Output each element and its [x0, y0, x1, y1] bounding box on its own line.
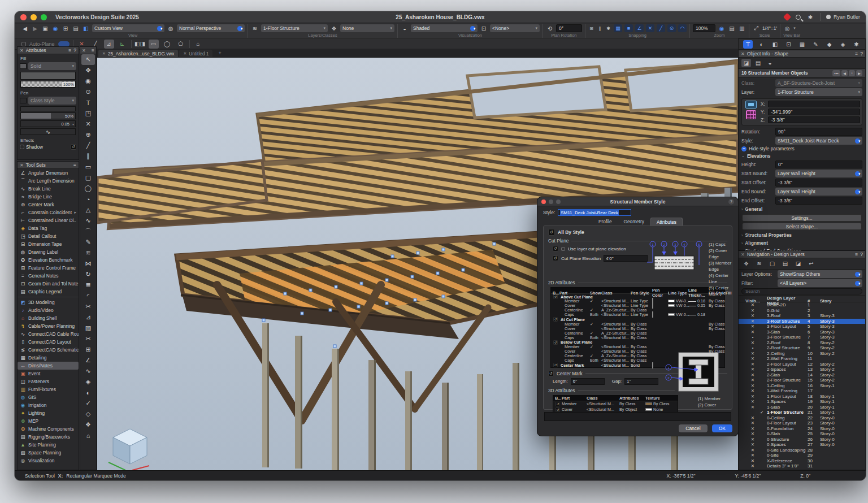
menu-icon[interactable]: ≡ [92, 47, 94, 53]
center-mark-gap-field[interactable]: 1" [624, 378, 658, 385]
by-style-icon[interactable]: ↺ [553, 317, 558, 322]
solid-view-icon[interactable]: ◧ [770, 40, 780, 49]
layer-visibility-toggle[interactable]: • [745, 345, 760, 350]
close-tab-icon[interactable]: ✕ [102, 51, 106, 56]
user-account-button[interactable]: Ryan Butler [820, 13, 860, 21]
tool-item[interactable]: ▤ Graphic Legend [18, 288, 79, 296]
tool-set-item[interactable]: ▦ Detailing [18, 354, 79, 362]
by-style-icon[interactable]: ↺ [553, 363, 558, 367]
layer-visibility-toggle[interactable]: • [745, 335, 760, 340]
start-offset-field[interactable]: -3 3/8" [775, 179, 862, 187]
mode-axis-icon[interactable]: ⊾ [118, 40, 128, 49]
menu-icon[interactable]: ≡ [73, 162, 76, 168]
tool-set-item[interactable]: ▧ Space Planning [18, 449, 79, 457]
angular-dim-tool-icon[interactable]: ∠ [81, 355, 95, 366]
selection-tool-icon[interactable]: ↖ [81, 54, 95, 65]
menu-icon[interactable]: ≡ [68, 47, 71, 53]
nav-snap-icon[interactable]: ❖ [741, 259, 751, 268]
by-style-icon[interactable]: ↺ [555, 407, 560, 412]
settings-view-icon[interactable]: ✱ [852, 40, 861, 49]
design-layer-row[interactable]: ✕ 0-Ceiling 22 Story-0 [739, 415, 865, 421]
design-layer-row[interactable]: ✕ 1-Slab 20 Story-1 [739, 405, 865, 410]
2d-attr-row[interactable]: Member✓<Structural M...By ClassBy Class [551, 344, 724, 349]
plan-rotation-icon[interactable]: ⟲ [546, 25, 554, 32]
layer-visibility-toggle[interactable]: ✕ [745, 426, 760, 431]
document-tab[interactable]: ✕ Untitled 1 [179, 50, 212, 57]
line-tool-icon[interactable]: ╱ [81, 140, 95, 151]
flower-tool-icon[interactable]: ❖ [81, 419, 95, 430]
shear-tool-icon[interactable]: ⊿ [81, 312, 95, 323]
break-tool-icon[interactable]: ∿ [81, 366, 95, 376]
monitor-icon[interactable]: ▣ [41, 25, 49, 32]
pen-color-swatch[interactable] [652, 302, 653, 309]
tool-set-item[interactable]: ▥ Furn/Fixtures [18, 385, 79, 393]
pen-preview-swatch[interactable] [20, 106, 76, 111]
attributes-3d-header[interactable]: B...PartClassAttributesTexture [553, 396, 678, 401]
half-tone-tool-icon[interactable]: ◐ [81, 387, 95, 398]
fill-preview-swatch[interactable] [20, 72, 76, 80]
2d-attr-group-row[interactable]: ↺Below Cut Plane [551, 340, 724, 344]
flyover-tool-icon[interactable]: ◉ [81, 76, 95, 86]
tool-set-item[interactable]: ◍ GIS [18, 393, 79, 401]
fit-page-icon[interactable]: ▤ [728, 25, 736, 32]
image-view-icon[interactable]: ▦ [797, 40, 807, 49]
design-layer-row[interactable]: ✕ 0-Slab 25 Story-0 [739, 431, 865, 437]
attributes-2d-header[interactable]: B...PartShowClassPen StylePen ColorLine … [551, 288, 724, 294]
layer-visibility-toggle[interactable]: ✕ [745, 405, 760, 410]
fill-style-dropdown[interactable]: Solid▾ [28, 62, 76, 70]
2d-attr-group-row[interactable]: ↺At Cut Plane [551, 316, 724, 321]
render-mode-icon[interactable]: ◒ [401, 25, 409, 32]
design-layer-row[interactable]: ✕ 2-Slab 14 Story-2 [739, 372, 865, 378]
camera-view-icon[interactable]: ⊡ [784, 40, 793, 49]
close-icon[interactable]: ✕ [20, 48, 24, 53]
use-layer-by-style-icon[interactable]: ↺ [553, 246, 558, 251]
bucket-view-icon[interactable]: ◆ [824, 40, 834, 49]
object-info-section[interactable]: ›Structural Properties [739, 231, 865, 239]
saved-view-dropdown[interactable]: Custom View▾ [92, 24, 164, 32]
2d-attr-row[interactable]: Member✓<Structural M...Line TypeVW-0...0… [551, 298, 724, 303]
export-icon[interactable]: ▤ [72, 25, 80, 32]
tool-item[interactable]: ◈ Data Tag [18, 224, 79, 232]
arc-tool-icon[interactable]: ⌒ [81, 226, 95, 237]
layers-table-header[interactable]: Visib... Design Layer Name # Story [739, 295, 865, 302]
shadow-checkbox[interactable] [20, 145, 24, 149]
menu-icon[interactable]: ≡ [855, 51, 858, 57]
pen-color-swatch[interactable] [20, 98, 27, 103]
close-window-button[interactable] [20, 14, 27, 20]
2d-attr-row[interactable]: Centerline✓A_Zz-Structur...By Class [551, 307, 724, 312]
tool-item[interactable]: ∿ Break Line [18, 185, 79, 193]
tool-item[interactable]: ⊞ Feature Control Frame [18, 264, 79, 272]
cut-plane-elev-by-style-icon[interactable]: ↺ [553, 255, 558, 261]
cut-plane-elevation-field[interactable]: 4'0" [604, 255, 648, 262]
snap-intersection-snap[interactable]: ✕ [646, 24, 654, 32]
layer-visibility-toggle[interactable]: ✕ [745, 399, 760, 404]
rotation-field[interactable]: 90° [775, 128, 862, 136]
arc-by-quarter-tool-icon[interactable]: ◔ [81, 194, 95, 205]
select-shape-button[interactable]: Select Shape... [742, 223, 862, 230]
previous-zoom-icon[interactable]: ▥ [738, 25, 746, 32]
close-tab-icon[interactable]: ✕ [183, 51, 186, 56]
layer-visibility-toggle[interactable]: ✕ [745, 372, 760, 378]
zoom-field[interactable]: 100% [693, 24, 715, 32]
y-coordinate-field[interactable]: -34'1.999" [768, 109, 860, 115]
nav-classes-icon[interactable]: ▢ [767, 259, 777, 268]
layer-visibility-toggle[interactable]: ✕ [745, 463, 760, 469]
layer-visibility-toggle[interactable]: ✕ [745, 453, 760, 458]
end-offset-field[interactable]: -3 3/8" [775, 197, 862, 205]
marquee-rectangle-mode-icon[interactable]: ▭ [149, 40, 159, 49]
height-field[interactable]: 0" [775, 161, 862, 168]
tool-set-item[interactable]: ▣ Event [18, 370, 79, 378]
callout-tool-icon[interactable]: ◳ [81, 108, 95, 119]
tool-item[interactable]: ⊢ Constrained Linear Di.. [18, 216, 79, 224]
3d-attr-row[interactable]: ↺Member<Structural M...By ClassBy Class [553, 401, 678, 407]
pan-tool-icon[interactable]: ✥ [81, 65, 95, 76]
tool-set-item[interactable]: ▲ Site Planning [18, 441, 79, 449]
marquee-lasso-mode-icon[interactable]: ◯ [162, 40, 172, 49]
dialog-tab[interactable]: Profile [593, 218, 618, 226]
tool-item[interactable]: ◍ Drawing Label [18, 248, 79, 256]
tool-item[interactable]: ⌒ Arc Length Dimension [18, 177, 79, 185]
zoom-tool-icon[interactable]: ⊙ [81, 86, 95, 97]
layer-visibility-toggle[interactable]: ✕ [745, 340, 760, 345]
hide-style-icon[interactable]: − [741, 146, 747, 151]
by-style-icon[interactable]: ↺ [553, 340, 558, 345]
